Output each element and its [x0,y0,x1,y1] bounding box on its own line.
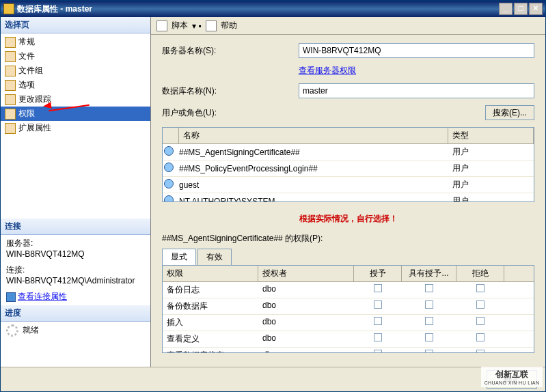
watermark-text: 创新互联 [495,369,528,380]
help-button[interactable]: 帮助 [221,20,237,31]
ready-label: 就绪 [23,325,39,335]
user-icon [163,178,175,192]
sidebar-item-label: 文件组 [18,65,43,76]
cell-perm: 插入 [163,315,258,331]
permissions-table[interactable]: 权限 授权者 授予 具有授予... 拒绝 备份日志dbo备份数据库dbo插入db… [162,266,534,353]
tab-explicit[interactable]: 显式 [162,249,196,265]
script-button[interactable]: 脚本 [172,20,188,31]
cell-grantor: dbo [258,282,354,298]
cell-name: NT AUTHORITY\SYSTEM [175,195,448,203]
db-name-field[interactable] [299,83,534,98]
annotation-note: 根据实际情况，自行选择！ [162,209,534,229]
col-deny[interactable]: 拒绝 [456,266,504,281]
cell-perm: 备份数据库 [163,298,258,314]
sidebar-item-files[interactable]: 文件 [1,49,150,64]
grant-checkbox[interactable] [374,317,382,325]
server-label: 服务器: [6,238,145,249]
permissions-for-label: ##MS_AgentSigningCertificate## 的权限(P): [162,233,534,244]
server-name-label: 服务器名称(S): [162,45,299,57]
connection-value: WIN-B8RVQT412MQ\Administrator [6,276,145,285]
cell-perm: 查看数据库状态 [163,348,258,353]
sidebar-item-general[interactable]: 常规 [1,35,150,49]
progress-box: 就绪 [1,322,150,339]
select-page-header: 选择页 [1,17,150,33]
deny-checkbox[interactable] [476,300,484,309]
col-grant[interactable]: 授予 [354,266,402,281]
user-icon [163,145,175,159]
table-row[interactable]: NT AUTHORITY\SYSTEM用户 [163,193,534,202]
cell-type: 用户 [448,177,534,193]
sidebar-item-filegroups[interactable]: 文件组 [1,64,150,78]
table-row[interactable]: 插入dbo [163,315,534,331]
user-icon [163,194,175,202]
table-row[interactable]: ##MS_AgentSigningCertificate##用户 [163,144,534,160]
spinner-icon [6,324,18,337]
view-server-permissions-link[interactable]: 查看服务器权限 [299,65,356,76]
cell-grantor: dbo [258,348,354,353]
col-grantor[interactable]: 授权者 [258,266,354,281]
view-connection-link[interactable]: 查看连接属性 [6,291,145,303]
sidebar-item-extended[interactable]: 扩展属性 [1,121,150,135]
cell-grantor: dbo [258,331,354,347]
deny-checkbox[interactable] [476,317,484,325]
page-list: 常规 文件 文件组 选项 更改跟踪 权限 扩展属性 [1,33,150,137]
table-row[interactable]: 备份数据库dbo [163,298,534,315]
grant-checkbox[interactable] [374,300,382,309]
deny-checkbox[interactable] [476,350,484,353]
dialog-footer: 确定 [1,367,545,391]
permissions-tabs: 显式 有效 [162,249,534,266]
toolbar: 脚本 ▾ ▪ 帮助 [151,17,545,35]
cell-type: 用户 [448,193,534,202]
cell-grantor: dbo [258,315,354,331]
connection-icon [6,292,16,302]
watermark-subtext: CHUANG XIN HU LIAN [484,380,540,385]
sidebar-item-label: 权限 [18,108,35,120]
help-icon [206,20,217,31]
titlebar[interactable]: 数据库属性 - master _ □ × [1,1,545,17]
table-row[interactable]: guest用户 [163,177,534,193]
tab-effective[interactable]: 有效 [197,249,232,265]
minimize-button[interactable]: _ [499,3,513,15]
users-table[interactable]: 名称 类型 ##MS_AgentSigningCertificate##用户##… [162,127,534,202]
server-value: WIN-B8RVQT412MQ [6,249,145,259]
sidebar-item-options[interactable]: 选项 [1,78,150,92]
table-row[interactable]: 查看数据库状态dbo [163,348,534,353]
cell-grantor: dbo [258,298,354,314]
col-name-header[interactable]: 名称 [179,128,448,143]
table-row[interactable]: ##MS_PolicyEventProcessingLogin##用户 [163,160,534,177]
sidebar-item-label: 选项 [18,79,35,91]
withgrant-checkbox[interactable] [425,284,433,292]
user-icon [163,161,175,176]
col-withgrant[interactable]: 具有授予... [402,266,456,281]
search-button[interactable]: 搜索(E)... [485,105,534,120]
annotation-arrow-head [42,102,51,110]
sidebar-item-changetracking[interactable]: 更改跟踪 [1,92,150,107]
maximize-button[interactable]: □ [514,3,528,15]
col-type-header[interactable]: 类型 [448,128,534,143]
col-permission[interactable]: 权限 [163,266,258,281]
server-name-field[interactable] [299,43,534,58]
page-icon [5,123,16,134]
sidebar-item-permissions[interactable]: 权限 [1,107,150,121]
progress-header: 进度 [1,305,150,322]
window-title: 数据库属性 - master [17,3,499,15]
view-connection-link-text: 查看连接属性 [18,292,67,301]
withgrant-checkbox[interactable] [425,333,433,341]
grant-checkbox[interactable] [374,333,382,341]
table-row[interactable]: 备份日志dbo [163,282,534,298]
deny-checkbox[interactable] [476,333,484,341]
script-icon [156,20,167,31]
table-row[interactable]: 查看定义dbo [163,331,534,348]
page-icon [5,66,16,76]
page-icon [5,80,16,91]
grant-checkbox[interactable] [374,350,382,353]
withgrant-checkbox[interactable] [425,350,433,353]
cell-perm: 查看定义 [163,331,258,347]
cell-name: ##MS_PolicyEventProcessingLogin## [175,162,448,176]
grant-checkbox[interactable] [374,284,382,292]
sidebar-item-label: 扩展属性 [18,122,51,134]
deny-checkbox[interactable] [476,284,484,292]
withgrant-checkbox[interactable] [425,300,433,309]
close-button[interactable]: × [529,3,543,15]
withgrant-checkbox[interactable] [425,317,433,325]
